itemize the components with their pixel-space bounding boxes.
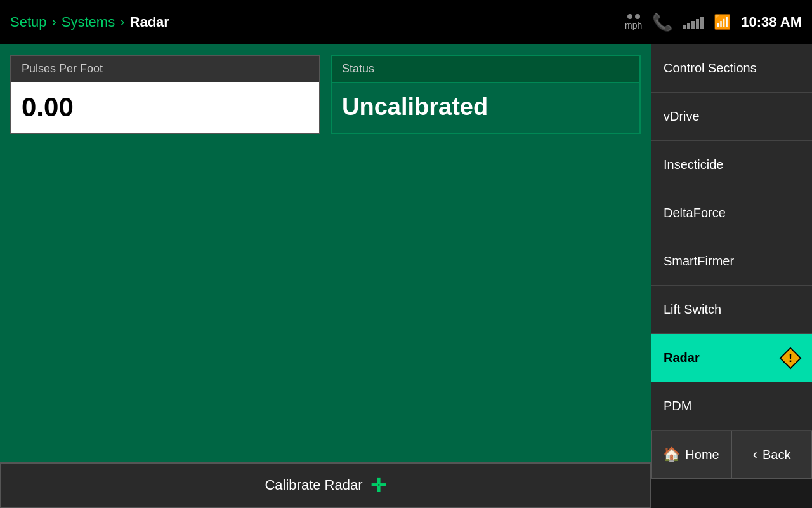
breadcrumb-systems[interactable]: Systems [62, 14, 115, 30]
speed-indicator: mph [625, 14, 642, 30]
home-icon: 🏠 [663, 446, 680, 463]
content-area: Pulses Per Foot 0.00 Status Uncalibrated… [0, 44, 651, 508]
sidebar-item-label-control-sections: Control Sections [664, 61, 757, 76]
back-button[interactable]: ‹ Back [731, 431, 812, 479]
breadcrumb-sep-1: › [52, 14, 56, 30]
status-value: Uncalibrated [332, 83, 639, 133]
breadcrumb-current: Radar [130, 14, 169, 30]
sidebar-item-label-insecticide: Insecticide [664, 157, 724, 172]
sidebar-item-vdrive[interactable]: vDrive [651, 93, 812, 141]
status-card: Status Uncalibrated [331, 55, 641, 134]
calibrate-label: Calibrate Radar [265, 477, 362, 493]
breadcrumb-sep-2: › [120, 14, 124, 30]
sidebar-item-label-lift-switch: Lift Switch [664, 302, 721, 317]
content-top: Pulses Per Foot 0.00 Status Uncalibrated [0, 44, 651, 144]
sidebar-item-pdm[interactable]: PDM [651, 382, 812, 431]
home-button[interactable]: 🏠 Home [651, 431, 731, 479]
status-bar: Setup › Systems › Radar mph 📞 📶 10:38 AM [0, 0, 812, 44]
svg-text:!: ! [789, 352, 792, 364]
status-label: Status [332, 56, 639, 83]
back-label: Back [763, 448, 790, 462]
sidebar-item-label-vdrive: vDrive [664, 109, 700, 124]
status-icons: mph 📞 📶 10:38 AM [625, 13, 802, 32]
warning-icon: ! [779, 347, 802, 370]
sidebar-item-insecticide[interactable]: Insecticide [651, 141, 812, 189]
sidebar-item-smartfirmer[interactable]: SmartFirmer [651, 237, 812, 286]
sidebar-item-deltaforce[interactable]: DeltaForce [651, 189, 812, 237]
home-label: Home [685, 448, 719, 462]
bottom-nav: 🏠 Home ‹ Back [651, 431, 812, 479]
sidebar-item-radar[interactable]: Radar! [651, 334, 812, 382]
main-layout: Pulses Per Foot 0.00 Status Uncalibrated… [0, 44, 812, 508]
sidebar-item-lift-switch[interactable]: Lift Switch [651, 286, 812, 334]
signal-icon [683, 16, 704, 29]
sidebar-item-label-pdm: PDM [664, 399, 691, 413]
time-display: 10:38 AM [741, 14, 802, 30]
wifi-icon: 📶 [714, 14, 731, 30]
sidebar-item-label-deltaforce: DeltaForce [664, 206, 726, 220]
phone-icon: 📞 [652, 13, 672, 32]
calibrate-button[interactable]: Calibrate Radar ✛ [0, 462, 651, 508]
pulses-card: Pulses Per Foot 0.00 [10, 55, 320, 134]
pulses-value: 0.00 [11, 82, 319, 133]
back-chevron-icon: ‹ [753, 446, 757, 463]
pulses-label: Pulses Per Foot [11, 56, 319, 82]
plus-icon: ✛ [370, 474, 386, 497]
sidebar-item-label-radar: Radar [664, 351, 700, 365]
speed-unit: mph [625, 20, 642, 30]
sidebar-item-label-smartfirmer: SmartFirmer [664, 254, 734, 269]
breadcrumb: Setup › Systems › Radar [10, 14, 169, 30]
sidebar: Control SectionsvDriveInsecticideDeltaFo… [651, 44, 812, 431]
sidebar-item-control-sections[interactable]: Control Sections [651, 44, 812, 93]
breadcrumb-setup[interactable]: Setup [10, 14, 47, 30]
